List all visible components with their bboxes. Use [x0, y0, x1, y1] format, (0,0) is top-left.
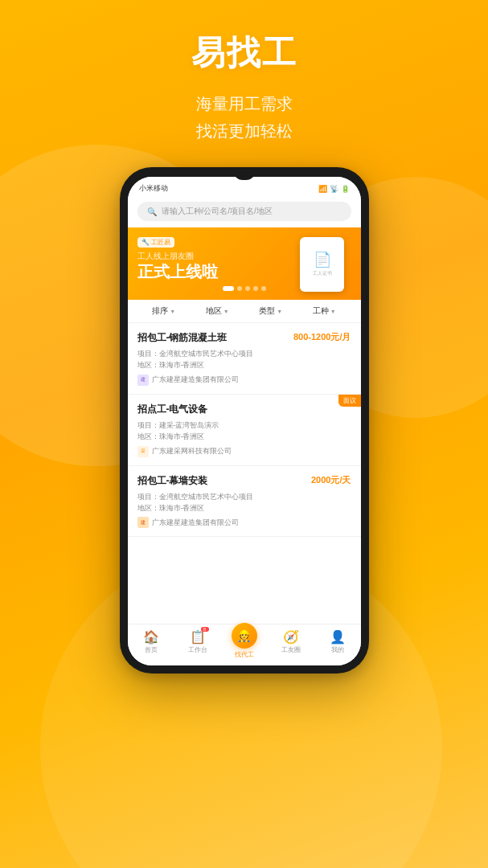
- nav-item-find[interactable]: 👷 找代工: [221, 629, 268, 659]
- filter-type-chevron: ▼: [277, 309, 282, 314]
- mine-icon: 👤: [330, 629, 346, 644]
- job-title-3: 招包工-幕墙安装: [137, 474, 208, 488]
- banner-dot-4: [253, 286, 258, 291]
- job-location-2: 地区：珠海市-香洲区: [137, 431, 351, 442]
- search-bar-container: 🔍 请输入工种/公司名/项目名/地区: [128, 197, 361, 227]
- job-salary-1: 800-1200元/月: [293, 331, 351, 343]
- filter-area[interactable]: 地区 ▼: [191, 305, 244, 317]
- table-row[interactable]: 招包工-幕墙安装 2000元/天 项目：金湾航空城市民艺术中心项目 地区：珠海市…: [128, 466, 361, 538]
- filter-jobtype-label: 工种: [313, 305, 329, 317]
- app-title: 易找工: [0, 0, 488, 76]
- job-title-2: 招点工-电气设备: [137, 403, 208, 416]
- company-name-3: 广东建星建造集团有限公司: [152, 518, 239, 528]
- signal-icon: 📶: [318, 185, 327, 193]
- filter-jobtype-chevron: ▼: [330, 309, 336, 314]
- nav-item-mine[interactable]: 👤 我的: [314, 629, 361, 659]
- filter-row: 排序 ▼ 地区 ▼ 类型 ▼ 工种 ▼: [128, 300, 361, 323]
- banner-dot-5: [261, 286, 266, 291]
- job-company-row-3: 建 广东建星建造集团有限公司: [137, 517, 351, 528]
- job-company-row-1: 建 广东建星建造集团有限公司: [137, 375, 351, 386]
- job-salary-3: 2000元/天: [311, 474, 351, 486]
- filter-type[interactable]: 类型 ▼: [244, 305, 298, 317]
- nav-label-workspace: 工作台: [188, 645, 207, 654]
- carrier-text: 小米移动: [139, 183, 168, 194]
- company-logo-3: 建: [137, 517, 149, 528]
- wifi-icon: 📡: [330, 185, 338, 193]
- filter-area-label: 地区: [206, 305, 222, 317]
- table-row[interactable]: 招包工-钢筋混凝土班 800-1200元/月 项目：金湾航空城市民艺术中心项目 …: [128, 323, 361, 395]
- nav-item-home[interactable]: 🏠 首页: [128, 629, 174, 659]
- bottom-nav: 🏠 首页 📋 8 工作台 👷 找代工 🧭 工友圈: [128, 624, 361, 665]
- company-name-1: 广东建星建造集团有限公司: [152, 375, 239, 385]
- job-title-1: 招包工-钢筋混凝土班: [137, 331, 228, 345]
- banner-tag: 🔧 工匠易: [137, 237, 174, 248]
- status-icons: 📶 📡 🔋: [318, 185, 350, 193]
- job-location-1: 地区：珠海市-香洲区: [137, 359, 351, 371]
- search-placeholder-text: 请输入工种/公司名/项目名/地区: [162, 206, 273, 217]
- banner-tag-icon: 🔧: [141, 239, 150, 246]
- banner-dot-3: [245, 286, 250, 291]
- job-location-3: 地区：珠海市-香洲区: [137, 502, 351, 514]
- banner-dot-2: [237, 286, 242, 291]
- banner[interactable]: 🔧 工匠易 工人线上朋友圈 正式上线啦 📄 工人证书: [128, 227, 361, 300]
- circle-icon: 🧭: [283, 629, 299, 644]
- job-list: 招包工-钢筋混凝土班 800-1200元/月 项目：金湾航空城市民艺术中心项目 …: [128, 323, 361, 624]
- nav-badge-workspace: 8: [201, 627, 209, 632]
- banner-image: 📄 工人证书: [290, 234, 355, 294]
- filter-sort-chevron: ▼: [170, 309, 175, 314]
- filter-sort[interactable]: 排序 ▼: [137, 305, 191, 317]
- company-name-2: 广东建采网科技有限公司: [152, 446, 232, 457]
- find-icon: 👷: [232, 623, 257, 649]
- job-project-1: 项目：金湾航空城市民艺术中心项目: [137, 348, 351, 359]
- filter-sort-label: 排序: [152, 305, 168, 317]
- filter-area-chevron: ▼: [223, 309, 229, 314]
- filter-jobtype[interactable]: 工种 ▼: [297, 305, 351, 317]
- app-subtitle: 海量用工需求 找活更加轻松: [0, 90, 488, 145]
- battery-icon: 🔋: [341, 185, 350, 193]
- filter-type-label: 类型: [259, 305, 275, 317]
- phone-screen: 小米移动 📶 📡 🔋 🔍 请输入工种/公司名/项目名/地区 🔧 工匠易: [128, 177, 361, 665]
- nav-label-home: 首页: [145, 645, 158, 654]
- phone-mockup: 小米移动 📶 📡 🔋 🔍 请输入工种/公司名/项目名/地区 🔧 工匠易: [120, 167, 369, 674]
- search-input[interactable]: 🔍 请输入工种/公司名/项目名/地区: [137, 202, 351, 221]
- home-icon: 🏠: [143, 629, 159, 644]
- nav-item-circle[interactable]: 🧭 工友圈: [268, 629, 314, 659]
- job-company-row-2: 采 广东建采网科技有限公司: [137, 446, 351, 457]
- nav-label-mine: 我的: [331, 645, 344, 654]
- company-logo-2: 采: [137, 446, 149, 457]
- banner-card: 📄 工人证书: [300, 237, 344, 292]
- nav-item-workspace[interactable]: 📋 8 工作台: [174, 629, 221, 659]
- workspace-icon: 📋 8: [190, 629, 206, 644]
- company-logo-1: 建: [137, 375, 149, 386]
- banner-dot-1: [223, 286, 234, 291]
- job-badge-2: 面议: [338, 395, 361, 407]
- job-project-2: 项目：建采-蓝湾智岛演示: [137, 420, 351, 431]
- job-project-3: 项目：金湾航空城市民艺术中心项目: [137, 491, 351, 502]
- table-row[interactable]: 面议 招点工-电气设备 项目：建采-蓝湾智岛演示 地区：珠海市-香洲区 采 广东…: [128, 395, 361, 466]
- nav-label-find: 找代工: [235, 650, 254, 659]
- search-icon: 🔍: [147, 207, 157, 216]
- nav-label-circle: 工友圈: [281, 645, 301, 654]
